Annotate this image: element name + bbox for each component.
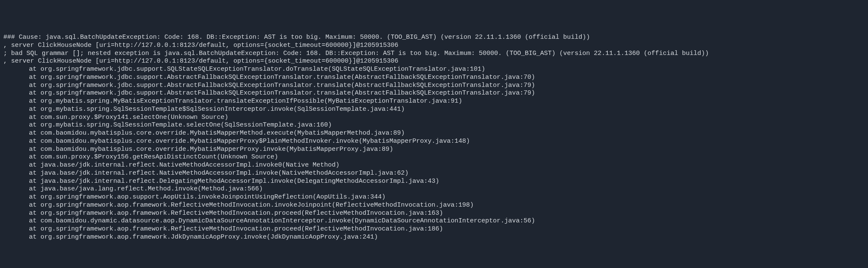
stack-trace-line: at com.baomidou.dynamic.datasource.aop.D… [0, 217, 868, 225]
stack-trace-line: at java.base/jdk.internal.reflect.Native… [0, 170, 868, 178]
stack-trace-line: at org.mybatis.spring.SqlSessionTemplate… [0, 106, 868, 114]
stack-trace-line: at org.mybatis.spring.MyBatisExceptionTr… [0, 98, 868, 106]
stack-trace-line: at com.sun.proxy.$Proxy141.selectOne(Unk… [0, 114, 868, 122]
stack-trace-line: at org.springframework.aop.framework.Jdk… [0, 233, 868, 242]
log-header-line: , server ClickHouseNode [uri=http://127.… [0, 58, 868, 66]
stack-trace-line: at com.baomidou.mybatisplus.core.overrid… [0, 130, 868, 138]
stack-trace-line: at java.base/jdk.internal.reflect.Delega… [0, 178, 868, 186]
stack-trace-line: at org.springframework.aop.framework.Ref… [0, 210, 868, 218]
stack-trace-line: at java.base/java.lang.reflect.Method.in… [0, 185, 868, 193]
stack-trace-line: at org.mybatis.spring.SqlSessionTemplate… [0, 121, 868, 130]
stack-trace-line: at com.baomidou.mybatisplus.core.overrid… [0, 146, 868, 154]
stack-trace-line: at org.springframework.jdbc.support.Abst… [0, 89, 868, 98]
log-header-line: ### Cause: java.sql.BatchUpdateException… [0, 34, 868, 42]
stack-trace-line: at org.springframework.aop.support.AopUt… [0, 193, 868, 202]
stack-trace-line: at org.springframework.jdbc.support.Abst… [0, 82, 868, 90]
log-header-line: , server ClickHouseNode [uri=http://127.… [0, 42, 868, 50]
stack-trace-line: at org.springframework.aop.framework.Ref… [0, 202, 868, 210]
stack-trace-line: at com.baomidou.mybatisplus.core.overrid… [0, 138, 868, 146]
log-header-line: ; bad SQL grammar []; nested exception i… [0, 50, 868, 58]
stack-trace-line: at org.springframework.jdbc.support.Abst… [0, 74, 868, 82]
log-output: ### Cause: java.sql.BatchUpdateException… [0, 34, 868, 242]
stack-trace-line: at java.base/jdk.internal.reflect.Native… [0, 161, 868, 170]
stack-trace-line: at org.springframework.aop.framework.Ref… [0, 225, 868, 233]
stack-trace-line: at org.springframework.jdbc.support.SQLS… [0, 66, 868, 74]
stack-trace-line: at com.sun.proxy.$Proxy156.getResApiDist… [0, 153, 868, 161]
